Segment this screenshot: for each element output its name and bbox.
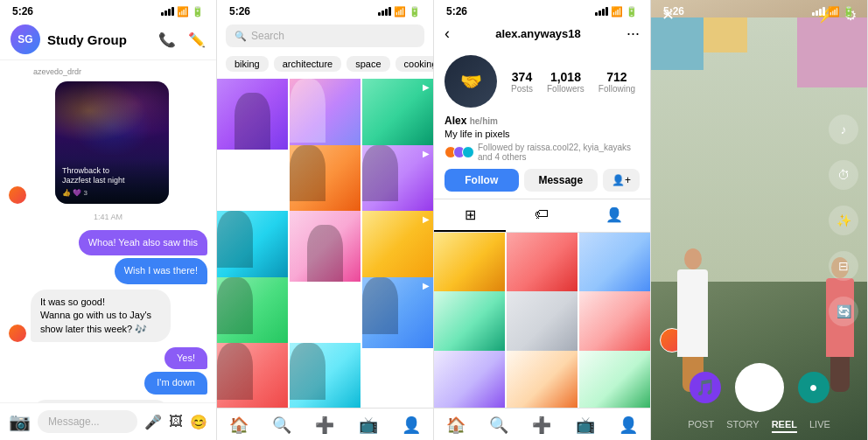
video-call-icon[interactable]: ✏️: [188, 31, 206, 48]
wifi-icon-3: 📶: [611, 6, 623, 17]
message-button[interactable]: Message: [524, 169, 598, 192]
nav-home-2[interactable]: 🏠: [229, 416, 248, 435]
sender-label: azevedo_drdr: [33, 67, 207, 76]
phone-icon[interactable]: 📞: [158, 31, 176, 48]
explore-grid: ▶ ▶ ▶ ▶: [217, 79, 433, 408]
profile-grid: [434, 233, 650, 408]
group-avatar: SG: [10, 24, 40, 54]
profile-post-8[interactable]: [507, 351, 578, 408]
profile-post-9[interactable]: [579, 351, 650, 408]
person-add-button[interactable]: 👤+: [603, 169, 640, 192]
battery-icon: 🔋: [192, 6, 204, 17]
grid-cell-11[interactable]: [217, 343, 288, 408]
grid-cell-4[interactable]: [290, 145, 360, 216]
effect-btn-teal[interactable]: ●: [798, 372, 830, 403]
music-control[interactable]: ♪: [829, 115, 858, 144]
timer-control[interactable]: ⏱: [829, 160, 858, 190]
video-likes: 👍 💜 3: [62, 189, 162, 197]
profile-name: Alex he/him: [444, 115, 640, 127]
nav-profile-2[interactable]: 👤: [402, 416, 421, 435]
tab-saved[interactable]: 👤: [578, 199, 650, 232]
wifi-icon-4: 📶: [828, 6, 840, 17]
mode-reel[interactable]: REEL: [772, 419, 797, 433]
tag-biking[interactable]: biking: [226, 56, 269, 72]
message-input[interactable]: Message...: [38, 410, 137, 433]
mode-live[interactable]: LIVE: [809, 419, 830, 433]
signal-bar-4: [172, 7, 174, 16]
profile-actions: Follow Message 👤+: [444, 169, 640, 192]
status-bar-2: 5:26 📶 🔋: [217, 0, 433, 19]
fig-head-1: [684, 248, 702, 269]
status-time-1: 5:26: [12, 5, 33, 17]
grid-cell-10[interactable]: ▶: [362, 277, 433, 348]
profile-tabs: ⊞ 🏷 👤: [434, 199, 650, 233]
tab-tag[interactable]: 🏷: [506, 199, 578, 232]
profile-pronouns: he/him: [470, 116, 498, 126]
profile-post-7[interactable]: [434, 351, 505, 408]
mode-story[interactable]: STORY: [726, 419, 760, 433]
reel-icon-10: ▶: [423, 281, 430, 290]
signal-bar-2-2: [382, 10, 384, 16]
bubble-whoa: Whoa! Yeah also saw this: [79, 230, 207, 255]
mic-icon[interactable]: 🎤: [144, 414, 162, 430]
record-button[interactable]: [735, 363, 784, 412]
mode-post[interactable]: POST: [688, 419, 714, 433]
tab-grid[interactable]: ⊞: [434, 199, 506, 232]
signal-bars-1: [161, 7, 174, 16]
stat-followers: 1,018 Followers: [547, 70, 584, 94]
signal-bars-4: [812, 7, 825, 16]
status-icons-1: 📶 🔋: [161, 6, 204, 17]
speed-control[interactable]: 🔄: [829, 297, 858, 326]
status-icons-3: 📶 🔋: [595, 6, 638, 17]
camera-icon[interactable]: 📷: [9, 411, 31, 432]
grid-cell-3[interactable]: ▶: [362, 79, 433, 150]
reels-mode-row: POST STORY REEL LIVE: [662, 419, 857, 433]
signal-bar-2-4: [388, 7, 391, 16]
nav-search-3[interactable]: 🔍: [489, 416, 508, 435]
s4-1: [812, 12, 815, 16]
nav-profile-3[interactable]: 👤: [619, 416, 638, 435]
grid-cell-12[interactable]: [290, 343, 360, 408]
grid-cell-8[interactable]: ▶: [362, 211, 433, 282]
video-thumbnail: [55, 81, 169, 155]
status-bar-3: 5:26 📶 🔋: [434, 0, 650, 19]
sticker-icon[interactable]: 😊: [190, 414, 207, 430]
effect-control[interactable]: ✨: [829, 206, 858, 235]
back-button[interactable]: ‹: [444, 24, 450, 43]
search-box[interactable]: 🔍 Search: [226, 24, 424, 47]
grid-cell-6[interactable]: [217, 211, 288, 282]
effect-btn-purple[interactable]: 🎵: [690, 372, 721, 403]
sender-avatar-2: [9, 325, 26, 342]
grid-cell-2[interactable]: [290, 79, 360, 150]
status-time-3: 5:26: [446, 5, 467, 17]
person-shape-2: [290, 79, 326, 143]
align-control[interactable]: ⊟: [829, 251, 858, 281]
stat-following-label: Following: [598, 84, 635, 94]
grid-cell-9[interactable]: [217, 277, 288, 348]
signal-bar-1: [161, 12, 164, 16]
tag-architecture[interactable]: architecture: [274, 56, 341, 72]
video-message-card[interactable]: Throwback toJazzfest last night 👍 💜 3: [55, 81, 169, 204]
grid-cell-1[interactable]: [217, 79, 288, 150]
tag-space[interactable]: space: [346, 56, 389, 72]
s4-2: [816, 10, 818, 16]
reels-camera-view: ✕ ⚡ ⚙ ♪ ⏱ ✨ ⊟ 🔄 🎵 ● POST: [651, 0, 867, 440]
profile-header: ‹ alex.anyways18 ···: [434, 19, 650, 48]
stat-followers-num: 1,018: [550, 70, 581, 84]
image-icon[interactable]: 🖼: [169, 414, 183, 430]
battery-icon-3: 🔋: [626, 6, 638, 17]
phone-reels: 5:26 📶 🔋: [651, 0, 868, 440]
nav-add-3[interactable]: ➕: [532, 416, 551, 435]
tag-cooking[interactable]: cooking: [396, 56, 433, 72]
chat-row-good: It was so good!Wanna go with us to Jay's…: [9, 290, 207, 342]
nav-reels-2[interactable]: 📺: [359, 416, 378, 435]
more-options-button[interactable]: ···: [626, 24, 640, 43]
grid-cell-7[interactable]: [290, 211, 360, 282]
nav-home-3[interactable]: 🏠: [446, 416, 466, 435]
nav-reels-3[interactable]: 📺: [576, 416, 595, 435]
messenger-header: SG Study Group 📞 ✏️: [0, 19, 216, 60]
nav-add-2[interactable]: ➕: [315, 416, 334, 435]
grid-cell-5[interactable]: ▶: [362, 145, 433, 216]
follow-button[interactable]: Follow: [444, 169, 519, 192]
nav-search-2[interactable]: 🔍: [272, 416, 291, 435]
